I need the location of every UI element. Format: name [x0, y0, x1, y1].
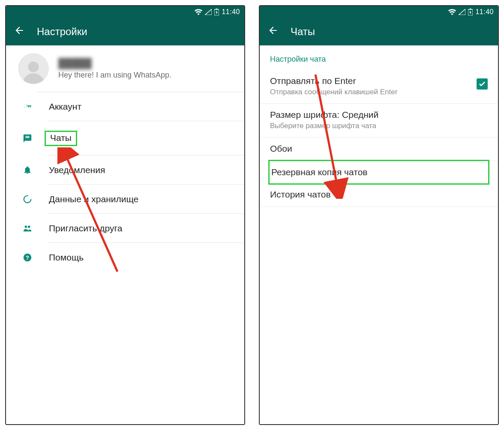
profile-status: Hey there! I am using WhatsApp. — [58, 71, 171, 80]
setting-subtitle: Выберите размер шрифта чата — [270, 122, 488, 130]
setting-chat-backup[interactable]: Резервная копия чатов — [268, 160, 489, 185]
menu-label: Пригласить друга — [49, 223, 234, 233]
app-bar-title: Чаты — [291, 26, 315, 38]
svg-rect-1 — [216, 9, 218, 9]
phone-chats-settings: 11:40 Чаты Настройки чата Отправлять по … — [259, 5, 499, 425]
setting-title: Резервная копия чатов — [271, 167, 486, 177]
menu-item-invite[interactable]: Пригласить друга — [6, 214, 244, 243]
status-bar: 11:40 — [6, 6, 244, 18]
battery-icon — [214, 9, 219, 15]
app-bar: Настройки — [6, 18, 244, 45]
svg-point-3 — [24, 196, 31, 203]
menu-item-account[interactable]: Аккаунт — [6, 92, 244, 121]
svg-point-2 — [28, 62, 39, 72]
signal-icon — [459, 9, 465, 15]
setting-title: Обои — [270, 144, 488, 154]
menu-label: Уведомления — [49, 165, 234, 175]
app-bar: Чаты — [260, 18, 498, 45]
highlight-chats: Чаты — [45, 131, 77, 146]
menu-item-chats[interactable]: Чаты — [6, 121, 244, 156]
setting-font-size[interactable]: Размер шрифта: Средний Выберите размер ш… — [260, 104, 498, 138]
help-icon: ? — [21, 253, 33, 262]
battery-icon — [468, 9, 473, 15]
setting-title: История чатов — [270, 189, 488, 200]
svg-point-4 — [25, 226, 27, 228]
setting-wallpaper[interactable]: Обои — [260, 138, 498, 161]
profile-name: █████ — [58, 58, 171, 69]
wifi-icon — [195, 9, 202, 15]
data-usage-icon — [21, 195, 33, 204]
menu-label: Чаты — [49, 131, 234, 146]
key-icon — [21, 102, 33, 111]
svg-text:?: ? — [26, 254, 29, 261]
menu-item-data[interactable]: Данные и хранилище — [6, 185, 244, 214]
checkbox-checked-icon[interactable] — [477, 78, 488, 90]
settings-content: █████ Hey there! I am using WhatsApp. Ак… — [6, 45, 244, 424]
status-time: 11:40 — [475, 8, 494, 16]
svg-rect-10 — [470, 9, 471, 9]
setting-title: Отправлять по Enter — [270, 76, 471, 86]
section-header: Настройки чата — [260, 45, 498, 70]
status-time: 11:40 — [222, 8, 240, 16]
app-bar-title: Настройки — [37, 26, 87, 38]
back-button[interactable] — [14, 25, 25, 39]
setting-enter-to-send[interactable]: Отправлять по Enter Отправка сообщений к… — [260, 70, 498, 104]
signal-icon — [205, 9, 212, 15]
chats-settings-content: Настройки чата Отправлять по Enter Отпра… — [260, 45, 498, 424]
status-bar: 11:40 — [260, 6, 498, 18]
people-icon — [21, 224, 33, 233]
profile-row[interactable]: █████ Hey there! I am using WhatsApp. — [37, 45, 244, 92]
chat-icon — [21, 134, 33, 143]
svg-point-5 — [28, 226, 30, 228]
bell-icon — [21, 165, 33, 175]
phone-settings: 11:40 Настройки █████ Hey there! I am us… — [5, 5, 245, 425]
setting-subtitle: Отправка сообщений клавишей Enter — [270, 88, 471, 96]
wifi-icon — [448, 9, 456, 15]
menu-item-notifications[interactable]: Уведомления — [6, 156, 244, 185]
settings-menu: Аккаунт Чаты Уведомления — [6, 92, 244, 272]
menu-item-help[interactable]: ? Помощь — [6, 243, 244, 272]
back-button[interactable] — [267, 25, 279, 39]
avatar — [18, 53, 49, 84]
setting-chat-history[interactable]: История чатов — [260, 183, 498, 207]
menu-label: Данные и хранилище — [49, 194, 234, 204]
menu-label: Аккаунт — [49, 102, 234, 112]
setting-title: Размер шрифта: Средний — [270, 110, 488, 120]
menu-label: Помощь — [49, 252, 234, 263]
